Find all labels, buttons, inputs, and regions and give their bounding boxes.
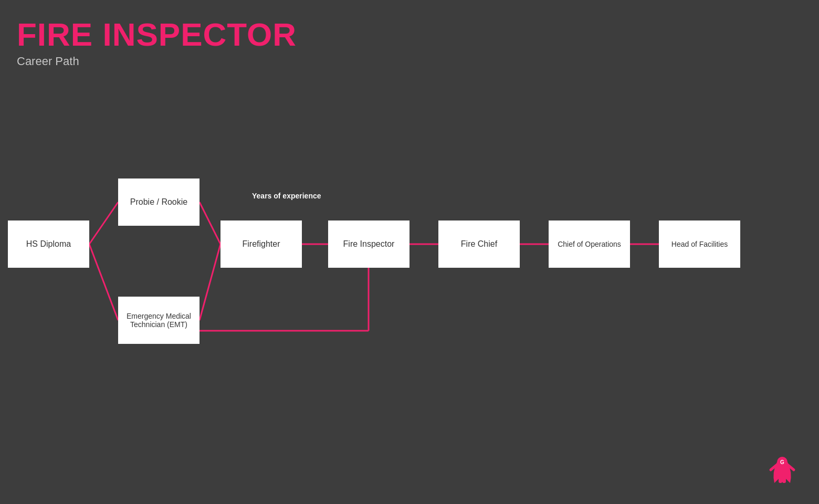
- years-label: Years of experience: [252, 192, 321, 200]
- node-hs-diploma: HS Diploma: [8, 220, 89, 268]
- node-firefighter: Firefighter: [220, 220, 302, 268]
- svg-text:G: G: [780, 459, 784, 465]
- node-fire-inspector: Fire Inspector: [328, 220, 410, 268]
- svg-line-2: [200, 202, 220, 244]
- node-emt: Emergency Medical Technician (EMT): [118, 297, 200, 344]
- svg-line-3: [200, 244, 220, 320]
- diagram-area: Years of experience HS Diploma Probie / …: [0, 105, 819, 420]
- svg-rect-12: [782, 474, 786, 483]
- svg-line-1: [89, 244, 118, 320]
- svg-rect-11: [779, 474, 782, 483]
- node-chief-of-operations: Chief of Operations: [549, 220, 630, 268]
- subtitle: Career Path: [17, 55, 297, 68]
- logo-svg: G: [761, 446, 803, 488]
- logo: G: [761, 446, 803, 488]
- svg-line-0: [89, 202, 118, 244]
- header: FIRE INSPECTOR Career Path: [17, 17, 297, 68]
- node-head-of-facilities: Head of Facilities: [659, 220, 740, 268]
- node-fire-chief: Fire Chief: [438, 220, 520, 268]
- main-title: FIRE INSPECTOR: [17, 17, 297, 52]
- node-probie-rookie: Probie / Rookie: [118, 178, 200, 226]
